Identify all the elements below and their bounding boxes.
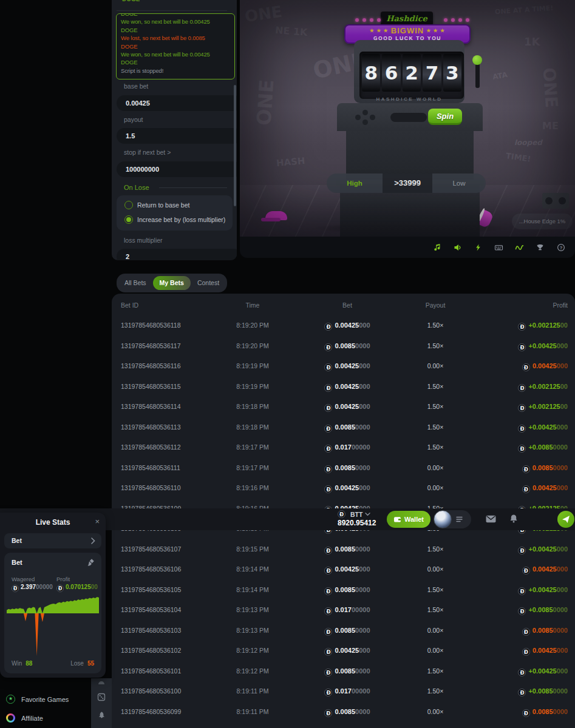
svg-text:?: ? xyxy=(559,244,562,250)
avatar[interactable] xyxy=(434,510,452,528)
radio-increase-bet-by[interactable]: Increase bet by (loss multiplier) xyxy=(124,215,225,224)
bet-id-cell: 13197854680536113 xyxy=(121,417,181,438)
graffiti-word: ONE xyxy=(252,79,278,126)
close-icon[interactable]: × xyxy=(95,517,100,526)
table-row[interactable]: 13197854680536110 8:19:16 PM Ð0.00425000… xyxy=(112,478,575,499)
on-lose-card: Return to base bet Increase bet by (loss… xyxy=(117,195,233,231)
turbo-icon[interactable] xyxy=(474,243,483,252)
profit-cell: Ð0.00425000 xyxy=(522,641,568,661)
bet-id-cell: 13197854680536105 xyxy=(121,580,181,601)
bet-id-cell: 13197854680536101 xyxy=(121,661,181,682)
doge-coin-icon: Ð xyxy=(324,485,332,493)
tab[interactable]: Contest xyxy=(191,276,226,290)
broom-reset-icon[interactable] xyxy=(86,558,95,567)
stop-if-next-bet-input[interactable]: 100000000 xyxy=(117,161,237,177)
scrollbar[interactable] xyxy=(234,85,236,206)
tab[interactable]: All Bets xyxy=(118,276,153,290)
tab[interactable]: My Bets xyxy=(153,276,191,290)
radio-return-to-base-bet[interactable]: Return to base bet xyxy=(124,201,189,209)
dice-icon[interactable] xyxy=(97,693,106,701)
bet-cell: Ð0.00850000 xyxy=(311,539,384,560)
graffiti-word: 1K xyxy=(524,35,540,48)
payout-cell: 1.50× xyxy=(411,600,460,621)
radio-circle-icon xyxy=(124,215,133,224)
wallet-button[interactable]: Wallet xyxy=(387,511,430,528)
stats-mode-selector[interactable]: Bet xyxy=(4,533,101,548)
lever-ball[interactable] xyxy=(472,55,482,65)
rocket-icon[interactable] xyxy=(98,711,106,720)
bet-cell: Ð0.00425000 xyxy=(311,315,384,336)
graffiti-word: NE 1K xyxy=(274,24,308,38)
house-edge-badge: ...House Edge 1% xyxy=(512,214,573,229)
doge-coin-icon: Ð xyxy=(518,404,526,412)
stats-section-label: Bet xyxy=(12,559,22,566)
table-row[interactable]: 13197854680536118 8:19:20 PM Ð0.00425000… xyxy=(112,315,575,336)
table-row[interactable]: 13197854680536117 8:19:20 PM Ð0.00850000… xyxy=(112,336,575,357)
table-row[interactable]: 13197854680536106 8:19:14 PM Ð0.00425000… xyxy=(112,559,575,580)
loss-multiplier-label: loss multiplier xyxy=(124,237,163,244)
currency-code: BTT xyxy=(350,511,362,518)
table-row[interactable]: 13197854680536115 8:19:19 PM Ð0.00425000… xyxy=(112,377,575,397)
currency-selector[interactable]: Ð BTT 8920.95412 xyxy=(338,510,376,527)
payout-cell: 1.50× xyxy=(411,377,460,397)
bet-high-button[interactable]: High xyxy=(327,174,383,193)
graffiti-word: ONE xyxy=(243,2,283,25)
sidebar-item-affiliate[interactable]: Affiliate xyxy=(6,713,43,723)
time-cell: 8:19:13 PM xyxy=(228,621,277,641)
bet-id-cell: 13197854680536102 xyxy=(121,641,181,661)
user-menu[interactable] xyxy=(434,510,471,528)
mail-icon[interactable] xyxy=(486,515,496,523)
game-area: ONENE 1KONE AT A TIME!ONEONEHASH1KTIME!l… xyxy=(240,0,575,237)
table-row[interactable]: 13197854680536107 8:19:15 PM Ð0.00850000… xyxy=(112,539,575,560)
sound-icon[interactable] xyxy=(453,243,462,252)
graffiti-word: looped xyxy=(514,138,542,147)
coin-tray xyxy=(390,113,427,122)
script-log: DOGEWe won, so next bet will be 0.00425D… xyxy=(116,13,235,79)
table-row[interactable]: 13197854680536103 8:19:13 PM Ð0.00850000… xyxy=(112,621,575,641)
table-row[interactable]: 13197854680536114 8:19:18 PM Ð0.00425000… xyxy=(112,397,575,417)
chat-button[interactable] xyxy=(557,511,574,528)
table-row[interactable]: 13197854680536105 8:19:14 PM Ð0.00850000… xyxy=(112,580,575,601)
table-row[interactable]: 13197854680536099 8:19:11 PM Ð0.00850000… xyxy=(112,702,575,723)
sign-lights-right xyxy=(444,18,469,22)
music-icon[interactable] xyxy=(432,243,441,252)
spin-button[interactable]: Spin xyxy=(428,109,462,125)
profit-cell: Ð+0.00850000 xyxy=(518,437,568,458)
table-row[interactable]: 13197854680536102 8:19:12 PM Ð0.00425000… xyxy=(112,641,575,661)
sidebar-item-favorite-games[interactable]: ★ Favorite Games xyxy=(6,695,69,704)
time-cell: 8:19:19 PM xyxy=(228,356,277,377)
bet-id-cell: 13197854680536103 xyxy=(121,621,181,641)
loss-multiplier-input[interactable]: 2 xyxy=(117,249,237,260)
table-row[interactable]: 13197854680536116 8:19:19 PM Ð0.00425000… xyxy=(112,356,575,377)
bet-id-cell: 13197854680536104 xyxy=(121,600,181,621)
slot-reel: 7 xyxy=(423,54,441,92)
doge-coin-icon: Ð xyxy=(324,689,332,696)
bell-icon[interactable] xyxy=(509,514,518,524)
bet-low-button[interactable]: Low xyxy=(432,174,486,193)
profit-cell: Ð+0.00850000 xyxy=(518,600,568,621)
keyboard-icon[interactable] xyxy=(494,243,503,252)
time-cell: 8:19:20 PM xyxy=(228,336,277,357)
time-cell: 8:19:13 PM xyxy=(228,600,277,621)
base-bet-label: base bet xyxy=(124,83,148,90)
payout-cell: 1.50× xyxy=(411,580,460,601)
payout-input[interactable]: 1.5 xyxy=(117,128,237,144)
table-row[interactable]: 13197854680536100 8:19:11 PM Ð0.01700000… xyxy=(112,681,575,702)
payout-cell: 1.50× xyxy=(411,437,460,458)
table-row[interactable]: 13197854680536101 8:19:12 PM Ð0.00850000… xyxy=(112,661,575,682)
table-row[interactable]: 13197854680536104 8:19:13 PM Ð0.01700000… xyxy=(112,600,575,621)
keypad-dot xyxy=(370,115,375,120)
table-row[interactable]: 13197854680536113 8:19:18 PM Ð0.00850000… xyxy=(112,417,575,438)
trends-icon[interactable] xyxy=(515,243,524,252)
bet-id-cell: 13197854680536099 xyxy=(121,702,181,723)
time-cell: 8:19:14 PM xyxy=(228,580,277,601)
graffiti-word: ME xyxy=(542,120,559,132)
table-row[interactable]: 13197854680536111 8:19:17 PM Ð0.00850000… xyxy=(112,458,575,479)
bet-cell: Ð0.00850000 xyxy=(311,702,384,723)
trophy-icon[interactable] xyxy=(536,243,545,252)
partial-icon[interactable] xyxy=(98,681,105,684)
base-bet-input[interactable]: 0.00425 xyxy=(117,95,237,111)
table-row[interactable]: 13197854680536112 8:19:17 PM Ð0.01700000… xyxy=(112,437,575,458)
help-icon[interactable]: ? xyxy=(556,243,565,252)
bet-cell: Ð0.00425000 xyxy=(311,377,384,397)
